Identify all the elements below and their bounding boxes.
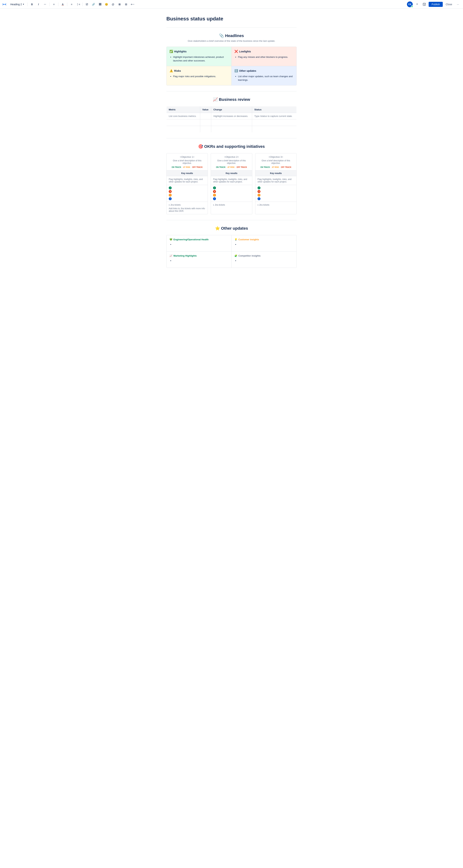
okr-key-results-2: Key results Flag highlights, lowlights, …	[211, 170, 252, 202]
risks-cell: ⚠️ Risks Flag major risks and possible m…	[167, 66, 231, 85]
list-item[interactable]	[238, 243, 293, 246]
okrs-section: 🎯 OKRs and supporting initiatives <Objec…	[166, 144, 297, 214]
status-icon-blue-2: i	[213, 197, 216, 200]
template-button[interactable]	[422, 1, 427, 7]
objective-1-desc: Give a brief description of this objecti…	[169, 159, 205, 164]
list-item[interactable]	[173, 259, 228, 262]
cell-metric[interactable]	[167, 126, 200, 132]
close-button[interactable]: Close	[444, 2, 454, 7]
marketing-title: 📈 Marketing Highlights	[170, 254, 228, 257]
competitor-title: 🧩 Competitor insights	[234, 254, 293, 257]
customer-title: 💡 Customer insights	[234, 238, 293, 241]
okr-header-1: <Objective 1> Give a brief description o…	[167, 153, 208, 170]
publish-button[interactable]: Publish	[429, 2, 443, 7]
text-color-button[interactable]: A	[60, 1, 66, 7]
heading-selector[interactable]: Heading 2 ▼	[9, 2, 26, 7]
okr-header-2: <Objective 2> Give a brief description o…	[211, 153, 252, 170]
chevron-down-icon: ▾	[258, 204, 258, 206]
list-item[interactable]	[173, 243, 228, 246]
objective-2-title: <Objective 2>	[213, 156, 250, 158]
cell-value[interactable]	[200, 119, 211, 126]
engineering-title: 💚 Engineering/Operational Health	[170, 238, 228, 241]
link-button[interactable]: 🔗	[91, 1, 96, 7]
cell-status[interactable]	[252, 126, 297, 132]
emoji-button[interactable]: 😊	[104, 1, 109, 7]
col-value: Value	[200, 106, 211, 113]
action-button[interactable]: ☑	[84, 1, 90, 7]
status-icon-green-3: ✓	[258, 186, 260, 189]
layout-button[interactable]: ⊟	[123, 1, 129, 7]
badge-at-risk-1: AT RISK	[183, 166, 190, 168]
okr-key-results-3: Key results Flag highlights, lowlights, …	[255, 170, 296, 202]
bullet-list-button[interactable]: ≡	[69, 1, 75, 7]
insert-more-button[interactable]: +···	[130, 1, 136, 7]
page-title[interactable]: Business status update	[166, 16, 297, 22]
status-icons-1: ✓ ✕ ! i	[167, 185, 208, 202]
page-more-options-button[interactable]: ···	[455, 1, 461, 7]
status-icon-green-2: ✓	[213, 186, 216, 189]
badge-sep-5: /	[270, 166, 271, 168]
table-row	[167, 126, 297, 132]
highlights-cell: ✅ Highlights Highlight important milesto…	[167, 47, 231, 66]
table-header-row: Metric Value Change Status	[167, 106, 297, 113]
badge-sep-4: /	[235, 166, 236, 168]
competitor-list	[234, 259, 293, 265]
bold-button[interactable]: B	[29, 1, 35, 7]
badge-sep-3: /	[226, 166, 227, 168]
user-avatar[interactable]: CK	[407, 1, 413, 7]
jira-body-1[interactable]: Add links to Jira tickets with more info…	[169, 207, 205, 212]
image-button[interactable]: 🖼	[97, 1, 103, 7]
badge-off-track-2: OFF TRACK	[237, 166, 247, 168]
toolbar-right: CK + Publish Close ···	[407, 1, 461, 7]
toolbar: Heading 2 ▼ B I ··· ≡ A ≡ ⋮≡ ☑ 🔗 🖼 😊 @ ⊞…	[0, 0, 463, 9]
col-metric: Metric	[167, 106, 200, 113]
cell-status[interactable]	[252, 119, 297, 126]
cell-change[interactable]: Highlight increases or decreases.	[211, 113, 252, 119]
mention-button[interactable]: @	[110, 1, 116, 7]
key-results-body-1: Flag highlights, lowlights, risks, and o…	[167, 176, 208, 185]
confluence-logo[interactable]	[2, 2, 6, 6]
other-updates-cell: ℹ️ Other updates List other major update…	[231, 66, 296, 85]
jira-header-2[interactable]: ▾ Jira tickets	[213, 204, 250, 206]
objective-3-title: <Objective 3>	[258, 156, 294, 158]
list-item[interactable]	[238, 259, 293, 262]
okr-card-2: <Objective 2> Give a brief description o…	[211, 153, 252, 214]
cell-value[interactable]	[200, 126, 211, 132]
cell-metric[interactable]	[167, 119, 200, 126]
cell-metric[interactable]: List core business metrics.	[167, 113, 200, 119]
info-icon: ℹ️	[234, 69, 238, 72]
lowlights-list: Flag any misses and other blockers to pr…	[234, 55, 293, 59]
status-icon-yellow-1: !	[169, 194, 172, 196]
status-icons-2: ✓ ✕ ! i	[211, 185, 252, 202]
key-results-body-2: Flag highlights, lowlights, risks, and o…	[211, 176, 252, 185]
divider-2	[49, 3, 50, 6]
more-formatting-button[interactable]: ···	[42, 1, 48, 7]
list-item: Highlight important milestones achieved,…	[173, 55, 228, 62]
business-review-table: Metric Value Change Status List core bus…	[166, 106, 297, 132]
key-results-header-1: Key results	[167, 170, 208, 176]
align-button[interactable]: ≡	[51, 1, 57, 7]
jira-header-3[interactable]: ▾ Jira tickets	[258, 204, 294, 206]
numbered-list-button[interactable]: ⋮≡	[75, 1, 81, 7]
add-collaborator-button[interactable]: +	[414, 1, 420, 7]
chevron-down-icon: ▾	[169, 204, 170, 206]
badge-on-track-1: ON TRACK	[172, 166, 181, 168]
section-divider-4	[166, 220, 297, 220]
table-button[interactable]: ⊞	[117, 1, 122, 7]
italic-button[interactable]: I	[36, 1, 41, 7]
jira-header-1[interactable]: ▾ Jira tickets	[169, 204, 205, 206]
objective-2-badges: ON TRACK / AT RISK / OFF TRACK	[213, 166, 250, 168]
status-icon-green-1: ✓	[169, 186, 172, 189]
col-change: Change	[211, 106, 252, 113]
key-results-body-3: Flag highlights, lowlights, risks, and o…	[255, 176, 296, 185]
cell-change[interactable]	[211, 126, 252, 132]
cell-change[interactable]	[211, 119, 252, 126]
objective-3-badges: ON TRACK / AT RISK / OFF TRACK	[258, 166, 294, 168]
cell-value[interactable]	[200, 113, 211, 119]
badge-at-risk-2: AT RISK	[228, 166, 235, 168]
highlights-title: ✅ Highlights	[170, 50, 228, 53]
business-review-heading: 📈 Business review	[166, 97, 297, 102]
objective-2-desc: Give a brief description of this objecti…	[213, 159, 250, 164]
cell-status[interactable]: Type /status to capture current state.	[252, 113, 297, 119]
lowlights-title: ❌ Lowlights	[234, 50, 293, 53]
